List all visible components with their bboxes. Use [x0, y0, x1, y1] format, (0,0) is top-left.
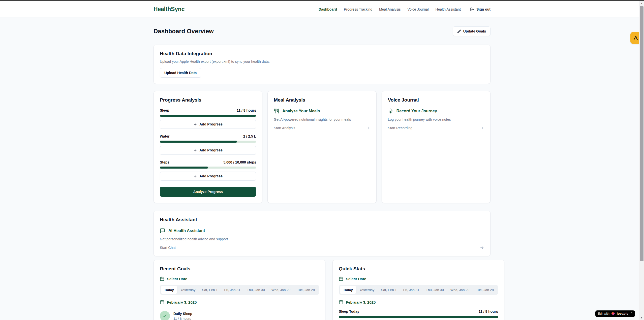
ai-health-assistant-link[interactable]: AI Health Assistant [160, 228, 484, 233]
add-progress-label: Add Progress [199, 174, 223, 178]
date-tab-sat-feb-1[interactable]: Sat, Feb 1 [378, 286, 400, 294]
date-tab-yesterday[interactable]: Yesterday [177, 286, 199, 294]
utensils-icon [274, 108, 279, 114]
start-recording-label: Start Recording [388, 126, 412, 130]
steps-label: Steps [160, 160, 169, 164]
badge-prefix: Edit with [598, 312, 609, 315]
analyze-your-meals-link[interactable]: Analyze Your Meals [274, 108, 370, 114]
sleep-today-progress-bar [339, 316, 498, 318]
edit-with-lovable-badge[interactable]: Edit with lovable × [595, 310, 635, 317]
analyze-progress-button[interactable]: Analyze Progress [160, 187, 256, 197]
date-tab-today[interactable]: Today [340, 286, 356, 294]
chat-bubble-icon [160, 228, 165, 233]
integration-card-description: Upload your Apple Health export (export.… [160, 59, 484, 63]
date-tab-fri-jan-31[interactable]: Fri, Jan 31 [400, 286, 423, 294]
health-assistant-card: Health Assistant AI Health Assistant Get… [154, 211, 490, 256]
assistant-card-description: Get personalized health advice and suppo… [160, 237, 484, 241]
assistant-card-title: Health Assistant [160, 217, 484, 222]
goal-item-daily-sleep: Daily Sleep 11 / 8 hours [160, 311, 319, 320]
water-tracker: Water 2 / 2.5 L Add Progress [160, 134, 256, 155]
date-tab-tue-jan-28[interactable]: Tue, Jan 28 [294, 286, 318, 294]
recent-goals-select-date[interactable]: Select Date [160, 276, 319, 281]
date-tab-tue-jan-28[interactable]: Tue, Jan 28 [473, 286, 497, 294]
calendar-icon [339, 276, 343, 281]
calendar-icon [339, 300, 343, 304]
start-chat-label: Start Chat [160, 246, 176, 250]
record-your-journey-link[interactable]: Record Your Journey [388, 108, 484, 114]
arrow-right-icon [366, 126, 370, 130]
steps-value: 5,000 / 10,000 steps [223, 160, 256, 164]
integration-card-title: Health Data Integration [160, 51, 484, 56]
upload-health-data-button[interactable]: Upload Health Data [160, 68, 201, 78]
sleep-label: Sleep [160, 108, 169, 112]
plus-icon [193, 174, 197, 178]
voice-card-description: Log your health journey with voice notes [388, 117, 484, 121]
arrow-right-icon [480, 126, 484, 130]
main-nav: Dashboard Progress Tracking Meal Analysi… [319, 7, 490, 11]
voice-card-title: Voice Journal [388, 97, 484, 103]
meal-analysis-card: Meal Analysis Analyze Your Meals Get AI-… [267, 91, 376, 203]
selected-date-label: February 3, 2025 [346, 300, 376, 304]
nav-item-meal-analysis[interactable]: Meal Analysis [379, 7, 401, 11]
sleep-add-progress-button[interactable]: Add Progress [160, 120, 256, 129]
date-tab-thu-jan-30[interactable]: Thu, Jan 30 [243, 286, 268, 294]
page-title: Dashboard Overview [154, 28, 214, 35]
heart-gradient-icon [611, 312, 615, 315]
meal-card-description: Get AI-powered nutritional insights for … [274, 117, 370, 121]
nav-item-dashboard[interactable]: Dashboard [319, 7, 337, 11]
quick-stats-card: Quick Stats Select Date Today Yesterday … [332, 260, 504, 320]
sleep-today-value: 11 / 8 hours [479, 309, 498, 313]
start-chat-action[interactable]: Start Chat [160, 245, 484, 250]
add-progress-label: Add Progress [199, 148, 223, 152]
update-goals-button[interactable]: Update Goals [453, 26, 490, 36]
badge-close-icon[interactable]: × [631, 311, 632, 314]
microphone-icon [388, 108, 393, 114]
scrollbar-thumb[interactable] [640, 6, 643, 261]
steps-add-progress-button[interactable]: Add Progress [160, 172, 256, 181]
plus-icon [193, 148, 197, 152]
steps-tracker: Steps 5,000 / 10,000 steps Add Progress [160, 160, 256, 181]
start-recording-action[interactable]: Start Recording [388, 126, 484, 130]
date-tab-thu-jan-30[interactable]: Thu, Jan 30 [422, 286, 447, 294]
calendar-icon [160, 276, 164, 281]
app-logo[interactable]: HealthSync [154, 6, 185, 13]
health-data-integration-card: Health Data Integration Upload your Appl… [154, 45, 490, 84]
assistant-link-label: AI Health Assistant [168, 229, 205, 233]
date-tab-yesterday[interactable]: Yesterday [356, 286, 378, 294]
progress-card-title: Progress Analysis [160, 97, 256, 103]
date-tab-sat-feb-1[interactable]: Sat, Feb 1 [199, 286, 221, 294]
progress-analysis-card: Progress Analysis Sleep 11 / 8 hours Add… [154, 91, 262, 203]
scrollbar-up-arrow[interactable]: ▲ [639, 1, 644, 6]
nav-item-progress-tracking[interactable]: Progress Tracking [344, 7, 372, 11]
start-analysis-label: Start Analysis [274, 126, 295, 130]
date-tab-today[interactable]: Today [161, 286, 177, 294]
top-navigation-bar: HealthSync Dashboard Progress Tracking M… [0, 1, 644, 17]
sleep-today-label: Sleep Today [339, 309, 359, 313]
recent-goals-selected-date: February 3, 2025 [160, 300, 319, 304]
nav-item-voice-journal[interactable]: Voice Journal [408, 7, 429, 11]
water-add-progress-button[interactable]: Add Progress [160, 146, 256, 155]
sleep-tracker: Sleep 11 / 8 hours Add Progress [160, 108, 256, 129]
date-tab-fri-jan-31[interactable]: Fri, Jan 31 [221, 286, 244, 294]
date-tab-wed-jan-29[interactable]: Wed, Jan 29 [268, 286, 294, 294]
lovable-peak-icon [633, 35, 638, 41]
select-date-label: Select Date [167, 277, 187, 281]
steps-progress-bar [160, 167, 256, 169]
vertical-scrollbar[interactable]: ▲ ▼ [639, 1, 644, 320]
goal-value: 11 / 8 hours [173, 317, 192, 320]
nav-item-health-assistant[interactable]: Health Assistant [436, 7, 461, 11]
voice-journal-card: Voice Journal Record Your Journey Log yo… [382, 91, 490, 203]
scrollbar-down-arrow[interactable]: ▼ [639, 315, 644, 320]
sleep-progress-bar [160, 115, 256, 117]
update-goals-label: Update Goals [463, 29, 486, 33]
quick-stats-date-tabs: Today Yesterday Sat, Feb 1 Fri, Jan 31 T… [339, 285, 498, 295]
pencil-icon [457, 29, 461, 33]
start-analysis-action[interactable]: Start Analysis [274, 126, 370, 130]
quick-stats-select-date[interactable]: Select Date [339, 276, 498, 281]
sleep-value: 11 / 8 hours [237, 108, 256, 112]
sign-out-button[interactable]: Sign out [470, 7, 490, 11]
plus-icon [193, 122, 197, 126]
goal-name: Daily Sleep [173, 312, 192, 316]
date-tab-wed-jan-29[interactable]: Wed, Jan 29 [447, 286, 473, 294]
voice-link-label: Record Your Journey [396, 109, 437, 113]
